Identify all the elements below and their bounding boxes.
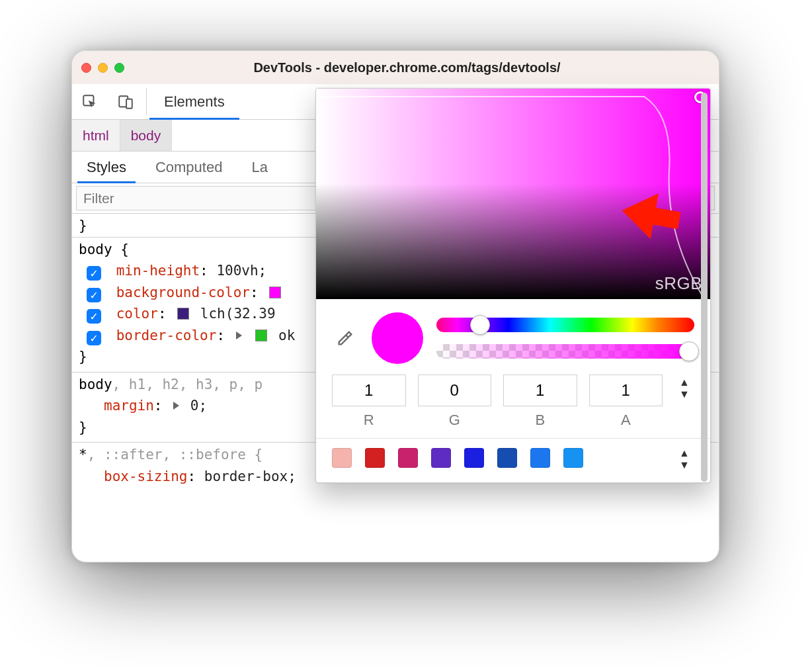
tab-elements[interactable]: Elements (149, 84, 239, 119)
toggle-decl-icon[interactable]: ✓ (87, 288, 101, 302)
color-swatch-icon[interactable] (177, 308, 189, 320)
popover-scrollbar[interactable] (700, 93, 709, 478)
palette-swatch[interactable] (563, 448, 583, 468)
palette-swatch[interactable] (365, 448, 385, 468)
inspect-element-icon[interactable] (72, 84, 108, 119)
svg-marker-3 (618, 188, 684, 244)
breadcrumb-html[interactable]: html (72, 120, 120, 151)
gamut-label: sRGB (655, 273, 702, 294)
traffic-lights (81, 63, 124, 73)
palette-swatch[interactable] (464, 448, 484, 468)
devtools-window: DevTools - developer.chrome.com/tags/dev… (71, 50, 719, 562)
svg-rect-2 (126, 99, 132, 108)
titlebar: DevTools - developer.chrome.com/tags/dev… (72, 51, 719, 84)
palette-row: ▲▼ (316, 438, 710, 482)
toggle-decl-icon[interactable]: ✓ (87, 331, 101, 345)
value-g-input[interactable] (418, 375, 492, 406)
minimize-window-dot[interactable] (98, 63, 108, 73)
color-swatch-icon[interactable] (269, 287, 281, 298)
window-title: DevTools - developer.chrome.com/tags/dev… (131, 60, 710, 75)
zoom-window-dot[interactable] (114, 63, 124, 73)
device-toggle-icon[interactable] (108, 84, 143, 119)
toggle-decl-icon[interactable]: ✓ (87, 266, 101, 281)
color-swatch-icon[interactable] (255, 330, 267, 341)
eyedropper-icon[interactable] (332, 329, 358, 347)
label-r: R (364, 412, 374, 429)
expand-shorthand-icon[interactable] (173, 402, 179, 410)
current-color-swatch[interactable] (372, 312, 423, 364)
breadcrumb-body[interactable]: body (120, 120, 173, 151)
toggle-decl-icon[interactable]: ✓ (87, 309, 101, 324)
subtab-layout[interactable]: La (237, 152, 282, 183)
close-window-dot[interactable] (81, 63, 91, 73)
label-a: A (621, 412, 631, 429)
palette-swatch[interactable] (431, 448, 451, 468)
cycle-format-icon[interactable]: ▲▼ (674, 375, 694, 400)
palette-switch-icon[interactable]: ▲▼ (674, 445, 694, 470)
hue-slider[interactable] (436, 318, 694, 332)
annotation-arrow-icon (608, 179, 688, 251)
palette-swatch[interactable] (398, 448, 418, 468)
subtab-styles[interactable]: Styles (72, 152, 141, 183)
palette-swatch[interactable] (497, 448, 517, 468)
value-r-input[interactable] (332, 375, 406, 406)
color-picker-popover: sRGB (315, 88, 711, 483)
value-b-input[interactable] (503, 375, 577, 406)
palette-swatch[interactable] (332, 448, 352, 468)
label-g: G (449, 412, 460, 429)
subtab-computed[interactable]: Computed (141, 152, 237, 183)
value-a-input[interactable] (589, 375, 663, 406)
label-b: B (535, 412, 545, 429)
expand-shorthand-icon[interactable] (236, 332, 242, 339)
alpha-slider[interactable] (436, 344, 694, 359)
palette-swatch[interactable] (530, 448, 550, 468)
